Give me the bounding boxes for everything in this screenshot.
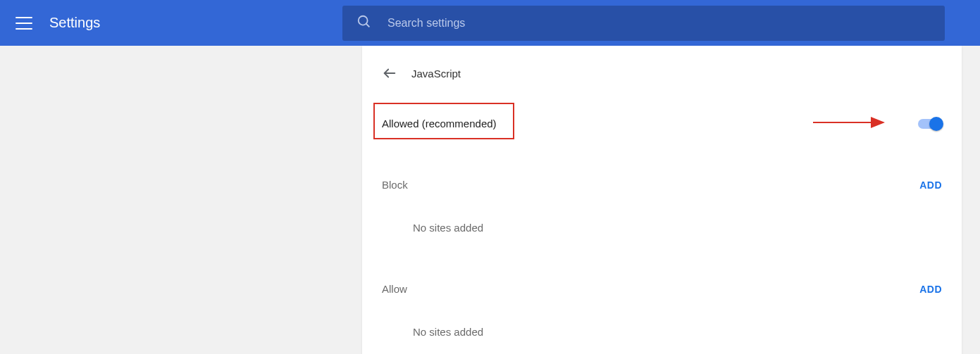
search-bar[interactable] — [342, 6, 945, 41]
block-section-header: Block ADD — [382, 179, 942, 191]
allow-add-button[interactable]: ADD — [919, 284, 942, 295]
block-section: Block ADD No sites added — [362, 179, 962, 234]
allowed-toggle-row: Allowed (recommended) — [362, 118, 962, 129]
arrow-annotation-icon — [813, 115, 891, 132]
panel-header: JavaScript — [362, 65, 962, 81]
allow-section: Allow ADD No sites added — [362, 283, 962, 338]
search-icon — [356, 14, 372, 32]
search-input[interactable] — [387, 17, 881, 30]
block-empty-text: No sites added — [413, 222, 942, 234]
allow-empty-text: No sites added — [413, 326, 942, 338]
settings-panel: JavaScript Allowed (recommended) Block A… — [362, 46, 962, 354]
allowed-toggle[interactable] — [918, 119, 942, 129]
panel-title: JavaScript — [411, 68, 461, 80]
block-section-title: Block — [382, 179, 408, 191]
allow-section-header: Allow ADD — [382, 283, 942, 295]
app-title: Settings — [49, 15, 100, 31]
header-bar: Settings — [0, 0, 980, 46]
toggle-label: Allowed (recommended) — [382, 118, 497, 129]
back-arrow-icon[interactable] — [382, 65, 397, 81]
toggle-knob — [929, 117, 943, 131]
svg-point-0 — [359, 15, 368, 25]
allow-section-title: Allow — [382, 283, 407, 295]
content-area: JavaScript Allowed (recommended) Block A… — [0, 46, 980, 354]
svg-line-1 — [366, 23, 370, 27]
menu-icon[interactable] — [15, 17, 32, 30]
block-add-button[interactable]: ADD — [919, 179, 942, 191]
